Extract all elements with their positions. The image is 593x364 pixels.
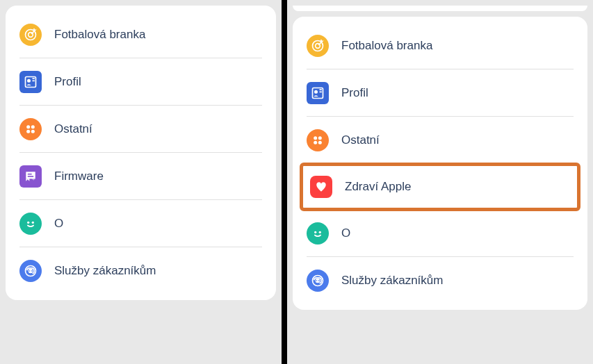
menu-label: Fotbalová branka [341, 39, 432, 53]
menu-item-other[interactable]: Ostatní [293, 117, 587, 164]
menu-label: Ostatní [341, 133, 380, 147]
menu-item-support[interactable]: Služby zákazníkům [6, 247, 276, 295]
svg-point-30 [319, 231, 321, 233]
svg-point-6 [26, 125, 30, 129]
menu-label: Služby zákazníkům [341, 274, 443, 288]
menu-item-goals[interactable]: Fotbalová branka [293, 22, 587, 69]
menu-item-about[interactable]: O [293, 210, 587, 257]
svg-point-25 [314, 136, 317, 140]
menu-label: O [54, 217, 63, 231]
previous-card-edge [293, 6, 587, 11]
svg-point-8 [26, 130, 30, 133]
other-icon [19, 118, 42, 140]
menu-item-profile[interactable]: Profil [6, 58, 276, 106]
left-panel: Fotbalová branka Profil Ostatní Firmware [0, 0, 282, 364]
svg-point-9 [31, 130, 35, 133]
support-icon [307, 270, 329, 292]
svg-point-28 [318, 141, 322, 144]
menu-label: O [341, 226, 350, 240]
menu-item-about[interactable]: O [6, 200, 276, 247]
svg-point-7 [31, 125, 35, 129]
menu-label: Profil [341, 86, 368, 100]
menu-card-left: Fotbalová branka Profil Ostatní Firmware [6, 6, 276, 300]
svg-rect-10 [26, 172, 35, 179]
spacer [6, 300, 276, 328]
target-icon [307, 35, 329, 57]
menu-item-support[interactable]: Služby zákazníkům [293, 257, 587, 304]
support-icon [19, 260, 42, 282]
menu-label: Služby zákazníkům [54, 264, 156, 278]
right-panel: Fotbalová branka Profil Ostatní Zdraví A… [287, 0, 593, 364]
svg-point-13 [27, 222, 29, 224]
menu-card-right: Fotbalová branka Profil Ostatní Zdraví A… [293, 17, 587, 310]
svg-point-22 [314, 90, 318, 94]
health-icon [310, 176, 332, 198]
about-icon [307, 222, 329, 245]
svg-point-29 [314, 231, 316, 233]
menu-item-goals[interactable]: Fotbalová branka [6, 11, 276, 58]
svg-point-27 [314, 141, 317, 144]
svg-point-3 [27, 79, 31, 83]
menu-item-profile[interactable]: Profil [293, 69, 587, 117]
menu-item-health-highlighted[interactable]: Zdraví Apple [300, 163, 580, 211]
menu-label: Fotbalová branka [54, 28, 145, 42]
menu-label: Profil [54, 75, 81, 89]
target-icon [19, 24, 42, 46]
profile-icon [19, 71, 42, 93]
profile-icon [307, 82, 329, 104]
firmware-icon [19, 165, 42, 188]
other-icon [307, 129, 329, 151]
menu-item-other[interactable]: Ostatní [6, 106, 276, 153]
menu-item-firmware[interactable]: Firmware [6, 153, 276, 200]
svg-point-14 [32, 222, 34, 224]
menu-label: Zdraví Apple [345, 180, 411, 194]
menu-label: Firmware [54, 169, 104, 183]
svg-point-26 [318, 136, 322, 140]
about-icon [19, 213, 42, 235]
menu-label: Ostatní [54, 122, 92, 136]
